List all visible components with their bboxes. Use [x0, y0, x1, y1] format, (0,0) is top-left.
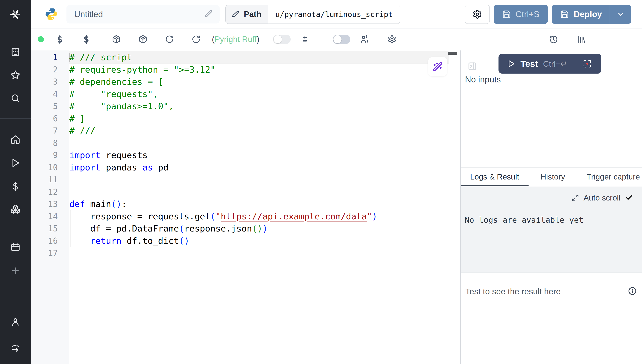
- test-button[interactable]: Test Ctrl+↵: [498, 54, 601, 74]
- code-line[interactable]: [69, 186, 460, 198]
- result-tabs: Logs & Result History Trigger capture: [461, 167, 642, 186]
- line-number: 5: [31, 100, 58, 112]
- ai-assistant-button[interactable]: [428, 57, 447, 76]
- diff-toggle[interactable]: [273, 35, 291, 44]
- checkmark-icon[interactable]: [625, 194, 633, 202]
- line-number: 12: [31, 186, 58, 198]
- code-line[interactable]: import pandas as pd: [69, 162, 460, 174]
- rotate-cw-icon: [192, 35, 200, 44]
- code-line[interactable]: [69, 174, 460, 186]
- test-button-main[interactable]: Test Ctrl+↵: [498, 54, 573, 74]
- save-icon: [502, 10, 511, 19]
- code-line[interactable]: def main():: [69, 198, 460, 210]
- tab-history[interactable]: History: [528, 168, 577, 186]
- tab-trigger-capture[interactable]: Trigger capture: [577, 168, 642, 186]
- reload-button[interactable]: [160, 32, 179, 46]
- windmill-logo-icon: [9, 8, 22, 21]
- package-button[interactable]: [107, 32, 126, 46]
- capture-button[interactable]: [573, 54, 601, 74]
- library-button[interactable]: [577, 33, 586, 46]
- status-dot: [38, 36, 44, 42]
- package-lock-button[interactable]: [134, 32, 152, 46]
- toggle-knob: [334, 35, 342, 43]
- code-line[interactable]: # ///: [69, 124, 460, 137]
- code-line[interactable]: # "pandas>=1.0",: [69, 100, 460, 112]
- edit-path-pencil-icon: [232, 10, 240, 18]
- deploy-button[interactable]: Deploy: [552, 4, 631, 24]
- tab-logs-result[interactable]: Logs & Result: [461, 168, 528, 186]
- deploy-main[interactable]: Deploy: [552, 4, 610, 24]
- minimap-slider[interactable]: [448, 52, 457, 55]
- sidebar-item-workspace[interactable]: [10, 47, 20, 57]
- user-sound-icon: [360, 35, 369, 44]
- save-shortcut-label: Ctrl+S: [516, 10, 539, 19]
- resource-picker-button[interactable]: $: [80, 34, 92, 45]
- sidebar-item-add[interactable]: [10, 266, 20, 276]
- code-line[interactable]: response = requests.get("https://api.exa…: [69, 210, 460, 223]
- editor-settings-button[interactable]: [383, 32, 401, 46]
- variable-picker-button[interactable]: $: [54, 34, 66, 45]
- path-label-segment[interactable]: Path: [226, 5, 268, 24]
- header-actions: Ctrl+S Deploy: [465, 4, 631, 24]
- code-line[interactable]: return df.to_dict(): [69, 235, 460, 247]
- history-button[interactable]: [549, 33, 558, 46]
- code-editor[interactable]: 1234567891011121314151617 # /// script# …: [31, 50, 460, 364]
- info-icon[interactable]: [628, 286, 637, 296]
- sidebar-item-collapse[interactable]: [10, 343, 20, 353]
- collapse-panel-button[interactable]: [467, 61, 477, 72]
- line-number: 13: [31, 198, 58, 210]
- script-title-box[interactable]: Untitled: [66, 5, 220, 24]
- code-line[interactable]: # "requests",: [69, 88, 460, 100]
- calendar-icon: [10, 242, 20, 252]
- sidebar-item-home[interactable]: [10, 134, 20, 145]
- sidebar-item-variables[interactable]: $: [12, 180, 18, 192]
- code-line[interactable]: df = pd.DataFrame(response.json()): [69, 222, 460, 235]
- test-shortcut: Ctrl+↵: [543, 59, 567, 68]
- dollar-icon: $: [12, 180, 18, 192]
- python-logo-icon: [45, 8, 58, 20]
- toolbar-left: $ $ (Pyright Ruff): [31, 32, 409, 46]
- path-label: Path: [244, 10, 262, 19]
- code-line[interactable]: [69, 247, 460, 259]
- sidebar-item-resources[interactable]: [10, 204, 20, 214]
- line-number: 7: [31, 124, 58, 137]
- code-line[interactable]: # dependencies = [: [69, 76, 460, 88]
- sidebar-item-runs[interactable]: [10, 158, 20, 168]
- play-icon: [10, 158, 20, 168]
- no-logs-text: No logs are available yet: [464, 215, 584, 224]
- edit-title-pencil-icon[interactable]: [204, 10, 213, 19]
- assistant-toggle[interactable]: [333, 35, 350, 44]
- app-logo[interactable]: [0, 0, 31, 29]
- editor-toolbar: $ $ (Pyright Ruff): [31, 29, 642, 50]
- sidebar-item-schedules[interactable]: [10, 242, 20, 252]
- script-editor-app: $ Untitled: [0, 0, 642, 364]
- plus-minus-icon: [300, 35, 309, 44]
- deploy-dropdown-button[interactable]: [610, 4, 631, 24]
- code-line[interactable]: [69, 137, 460, 149]
- minimap[interactable]: [449, 51, 460, 363]
- run-panel: Test Ctrl+↵ No inputs Logs & Result Hist…: [461, 50, 642, 364]
- code-line[interactable]: # ]: [69, 112, 460, 125]
- save-draft-button[interactable]: Ctrl+S: [494, 4, 548, 24]
- rotate-cw-icon: [165, 35, 174, 44]
- settings-button[interactable]: [465, 4, 490, 24]
- code-line[interactable]: import requests: [69, 149, 460, 162]
- chevron-down-icon: [617, 10, 624, 18]
- code-lines[interactable]: # /// script# requires-python = ">=3.12"…: [69, 51, 460, 259]
- star-icon: [10, 70, 20, 80]
- code-line[interactable]: # requires-python = ">=3.12": [69, 64, 460, 76]
- sidebar-item-search[interactable]: [10, 93, 20, 103]
- path-value[interactable]: u/pyranota/luminous_script: [268, 5, 400, 24]
- sidebar-item-user[interactable]: [10, 317, 20, 327]
- plus-icon: [10, 266, 20, 276]
- auto-scroll-control[interactable]: Auto scroll: [572, 193, 633, 202]
- sidebar-item-favorites[interactable]: [10, 70, 20, 80]
- reload-lsp-button[interactable]: [187, 32, 205, 46]
- copilot-button[interactable]: [356, 32, 374, 46]
- diff-button[interactable]: [296, 32, 314, 46]
- path-widget[interactable]: Path u/pyranota/luminous_script: [225, 4, 400, 24]
- user-icon: [10, 317, 20, 327]
- line-number: 14: [31, 210, 58, 223]
- code-line[interactable]: # /// script: [69, 51, 460, 64]
- gear-icon: [472, 10, 482, 19]
